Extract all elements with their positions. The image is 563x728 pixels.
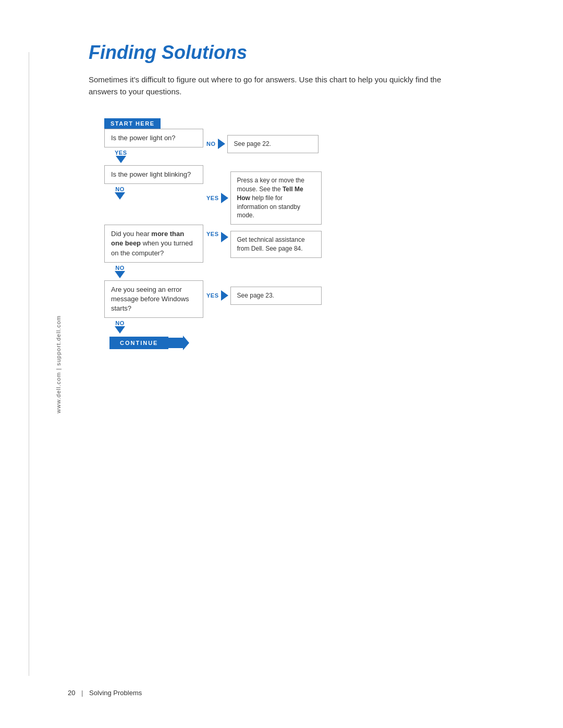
footer-divider: |: [81, 689, 83, 697]
arrow-down-4: [115, 326, 125, 334]
continue-label: CONTINUE: [120, 340, 158, 346]
arrow-right-4: [221, 290, 228, 301]
arrow-right-3: [221, 232, 228, 242]
footer-page-number: 20: [68, 689, 75, 697]
main-content: Finding Solutions Sometimes it's difficu…: [89, 42, 511, 350]
question-1: Is the power light on?: [104, 129, 203, 147]
answer-1: See page 22.: [227, 135, 319, 153]
question-2: Is the power light blinking?: [104, 165, 203, 184]
arrow-right-2: [221, 193, 228, 203]
flowchart: START HERE Is the power light on? YES N: [104, 118, 427, 350]
yes-label-1: YES: [115, 150, 127, 156]
no-label-3: NO: [115, 265, 125, 271]
footer-section: Solving Problems: [89, 689, 142, 697]
sidebar-divider: [29, 52, 29, 676]
yes-label-4: YES: [206, 292, 219, 299]
arrow-down-1: [116, 156, 126, 163]
no-label-4: NO: [115, 320, 125, 326]
page-title: Finding Solutions: [89, 42, 511, 64]
intro-text: Sometimes it's difficult to figure out w…: [89, 74, 443, 97]
yes-label-3: YES: [206, 231, 219, 237]
continue-button[interactable]: CONTINUE: [109, 337, 168, 349]
continue-arrow-icon: [168, 336, 189, 350]
svg-marker-0: [168, 336, 189, 350]
yes-label-2: YES: [206, 195, 219, 201]
answer-4: See page 23.: [230, 287, 322, 305]
page-container: www.dell.com | support.dell.com Finding …: [0, 0, 563, 728]
answer-2: Press a key or move the mouse. See the T…: [230, 171, 322, 225]
question-3: Did you hear more than one beep when you…: [104, 225, 203, 263]
question-4: Are you seeing an error message before W…: [104, 280, 203, 318]
no-label-1: NO: [206, 141, 216, 147]
arrow-down-2: [115, 192, 125, 200]
answer-3: Get technical assistance from Dell. See …: [230, 231, 322, 258]
start-here-label: START HERE: [104, 118, 161, 129]
page-footer: 20 | Solving Problems: [68, 689, 142, 697]
sidebar-text: www.dell.com | support.dell.com: [55, 315, 62, 413]
arrow-right-1: [218, 139, 225, 149]
no-label-2: NO: [115, 186, 125, 192]
arrow-down-3: [115, 271, 125, 278]
